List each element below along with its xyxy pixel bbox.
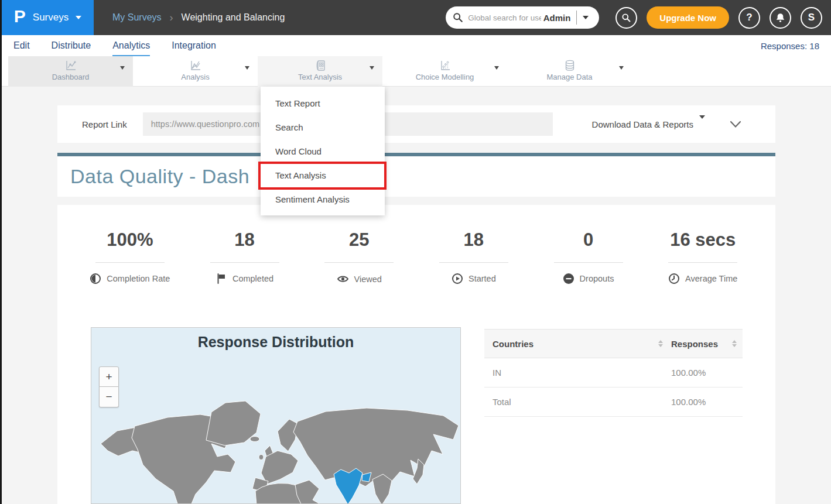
global-search-bar: Admin bbox=[446, 6, 599, 29]
flag-icon bbox=[216, 273, 227, 284]
tab-manage-data[interactable]: Manage Data bbox=[507, 56, 632, 87]
stat-label: Started bbox=[468, 274, 496, 283]
area-chart-icon bbox=[189, 59, 202, 72]
chevron-down-icon[interactable] bbox=[619, 70, 624, 80]
avatar-initial: S bbox=[808, 12, 815, 23]
survey-nav: Edit Distribute Analytics Integration Re… bbox=[2, 35, 831, 56]
divider bbox=[324, 262, 394, 263]
tab-label: Text Analysis bbox=[258, 73, 382, 81]
sort-icon[interactable] bbox=[658, 340, 663, 347]
top-header: P Surveys My Surveys › Weighting and Bal… bbox=[0, 0, 831, 35]
stats-row: 100% Completion Rate 18 Completed bbox=[73, 229, 760, 285]
stat-value: 0 bbox=[531, 229, 646, 251]
report-link-panel: Report Link Download Data & Reports bbox=[57, 105, 775, 143]
divider bbox=[439, 262, 508, 263]
chevron-down-icon bbox=[583, 16, 589, 19]
tab-choice-modelling[interactable]: Choice Modelling bbox=[382, 56, 507, 87]
tab-dashboard[interactable]: Dashboard bbox=[8, 56, 133, 87]
table-header: Countries Responses bbox=[484, 329, 743, 358]
stat-completed: 18 Completed bbox=[187, 229, 302, 285]
stat-value: 18 bbox=[416, 229, 531, 251]
divider bbox=[668, 262, 737, 263]
responses-cell: 100.00% bbox=[671, 368, 706, 378]
sort-icon[interactable] bbox=[732, 340, 737, 347]
menu-item-text-analysis[interactable]: Text Analysis bbox=[261, 163, 385, 187]
responses-cell: 100.00% bbox=[671, 397, 706, 407]
stat-completion-rate: 100% Completion Rate bbox=[73, 229, 187, 285]
play-circle-icon bbox=[452, 273, 463, 284]
breadcrumb-survey-name: Weighting and Balancing bbox=[182, 12, 285, 23]
analytics-tab-strip: Dashboard Analysis Text Analysis bbox=[2, 56, 831, 87]
page-title-panel: Data Quality - Dash bbox=[57, 156, 775, 197]
breadcrumb: My Surveys › Weighting and Balancing bbox=[112, 12, 285, 24]
stat-average-time: 16 secs Average Time bbox=[645, 229, 760, 285]
dashboard-panel: 100% Completion Rate 18 Completed bbox=[57, 205, 775, 504]
map-title: Response Distribution bbox=[91, 334, 460, 351]
notifications-button[interactable] bbox=[770, 7, 791, 29]
countries-table: Countries Responses IN 100.00% Total 100… bbox=[484, 329, 743, 417]
nav-distribute[interactable]: Distribute bbox=[52, 35, 91, 56]
page-title: Data Quality - Dash bbox=[70, 165, 249, 188]
menu-item-word-cloud[interactable]: Word Cloud bbox=[261, 139, 385, 163]
collapse-section-button[interactable] bbox=[730, 121, 741, 128]
report-link-label: Report Link bbox=[82, 119, 127, 129]
world-map[interactable] bbox=[91, 385, 461, 504]
search-scope-dropdown[interactable] bbox=[577, 9, 594, 26]
stat-label: Completion Rate bbox=[107, 274, 170, 283]
menu-item-search[interactable]: Search bbox=[261, 115, 385, 139]
country-cell: Total bbox=[493, 397, 511, 407]
stat-label: Completed bbox=[232, 274, 273, 283]
tab-analysis[interactable]: Analysis bbox=[133, 56, 258, 87]
divider bbox=[210, 262, 279, 263]
search-icon bbox=[621, 13, 631, 23]
stat-label: Average Time bbox=[685, 274, 737, 283]
nav-integration[interactable]: Integration bbox=[172, 35, 216, 56]
surveys-product-switcher[interactable]: P Surveys bbox=[2, 0, 94, 35]
chevron-down-icon[interactable] bbox=[494, 70, 499, 80]
country-cell: IN bbox=[493, 368, 501, 378]
nav-analytics[interactable]: Analytics bbox=[112, 35, 150, 56]
menu-item-text-report[interactable]: Text Report bbox=[261, 91, 385, 115]
menu-item-sentiment-analysis[interactable]: Sentiment Analysis bbox=[261, 187, 385, 211]
divider bbox=[554, 262, 623, 263]
clock-icon bbox=[668, 273, 680, 284]
stat-value: 18 bbox=[187, 229, 302, 251]
column-responses[interactable]: Responses bbox=[671, 339, 718, 349]
tab-text-analysis[interactable]: Text Analysis bbox=[258, 56, 382, 87]
tab-label: Analysis bbox=[133, 73, 258, 81]
stat-label: Dropouts bbox=[580, 274, 614, 283]
bell-icon bbox=[775, 12, 786, 23]
column-countries[interactable]: Countries bbox=[493, 339, 534, 349]
report-book-icon bbox=[314, 59, 327, 72]
line-chart-icon bbox=[64, 59, 77, 72]
eye-icon bbox=[337, 273, 349, 285]
questionpro-logo: P bbox=[14, 6, 26, 26]
minus-circle-icon bbox=[563, 273, 574, 284]
chevron-down-icon[interactable] bbox=[120, 70, 125, 80]
table-row: Total 100.00% bbox=[484, 388, 743, 417]
zoom-in-button[interactable]: + bbox=[99, 366, 119, 387]
stat-label: Viewed bbox=[354, 275, 382, 284]
database-icon bbox=[563, 59, 576, 72]
breadcrumb-my-surveys[interactable]: My Surveys bbox=[112, 12, 162, 23]
help-button[interactable]: ? bbox=[738, 7, 760, 29]
nav-edit[interactable]: Edit bbox=[13, 35, 30, 56]
chevron-down-icon bbox=[76, 16, 81, 19]
zoom-out-button[interactable]: − bbox=[99, 387, 119, 407]
chevron-down-icon bbox=[730, 121, 741, 128]
upgrade-now-button[interactable]: Upgrade Now bbox=[647, 6, 729, 29]
question-mark-icon: ? bbox=[746, 12, 752, 23]
chevron-down-icon[interactable] bbox=[699, 119, 705, 129]
stat-value: 16 secs bbox=[645, 229, 760, 251]
chevron-down-icon[interactable] bbox=[245, 70, 249, 80]
map-land bbox=[101, 401, 459, 504]
chevron-down-icon[interactable] bbox=[370, 70, 374, 80]
tab-label: Choice Modelling bbox=[382, 73, 507, 81]
download-data-reports-button[interactable]: Download Data & Reports bbox=[592, 119, 693, 129]
stat-viewed: 25 Viewed bbox=[302, 229, 416, 285]
table-row: IN 100.00% bbox=[484, 358, 743, 388]
user-avatar[interactable]: S bbox=[801, 7, 822, 29]
global-search-input[interactable] bbox=[468, 13, 541, 22]
stat-dropouts: 0 Dropouts bbox=[531, 229, 646, 285]
search-button[interactable] bbox=[615, 7, 637, 29]
